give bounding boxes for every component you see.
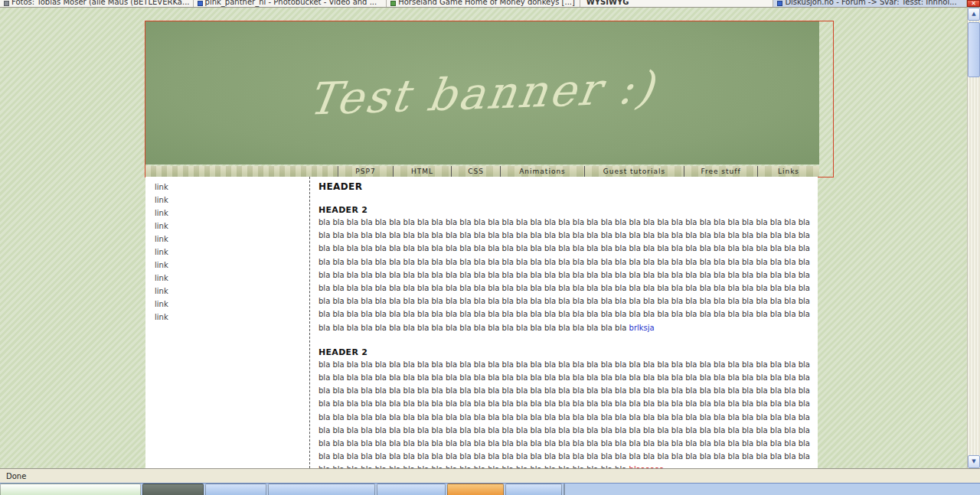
- nav-spacer: [145, 166, 338, 177]
- site-body: link link link link link link link link …: [145, 177, 818, 468]
- scrollbar-track[interactable]: [968, 21, 980, 455]
- browser-tabs-list: Fotos: Tobias Moser (alle Maus (BETLEVER…: [0, 0, 967, 7]
- body-text-line: bla bla bla bla bla bla bla bla bla bla …: [318, 282, 810, 295]
- content-section: HEADER 2 bla bla bla bla bla bla bla bla…: [318, 205, 810, 334]
- browser-window: Fotos: Tobias Moser (alle Maus (BETLEVER…: [0, 0, 980, 495]
- body-text-line: bla bla bla bla bla bla bla bla bla bla …: [318, 216, 810, 229]
- taskbar-button[interactable]: [268, 484, 375, 495]
- browser-tab-label: WYSIWYG: [586, 0, 629, 7]
- nav-tab[interactable]: Links: [758, 166, 819, 177]
- sidebar-link[interactable]: link: [145, 311, 309, 324]
- taskbar-button[interactable]: [205, 484, 266, 495]
- tab-favicon-icon: [390, 1, 396, 6]
- nav-items-list: PSP7 HTML CSS Animations Guest tutorials…: [338, 166, 819, 177]
- browser-tab[interactable]: Fotos: Tobias Moser (alle Maus (BETLEVER…: [0, 0, 194, 7]
- browser-tab-label: Horseland Game Home of Money donkeys [..…: [398, 0, 575, 7]
- sidebar-link[interactable]: link: [145, 181, 309, 194]
- scrollbar-thumb[interactable]: [968, 22, 980, 77]
- body-text-line: bla bla bla bla bla bla bla bla bla bla …: [318, 450, 810, 463]
- body-text-line: bla bla bla bla bla bla bla bla bla bla …: [318, 269, 810, 282]
- body-text-line: bla bla bla bla bla bla bla bla bla bla …: [318, 229, 810, 242]
- nav-tab[interactable]: Guest tutorials: [585, 166, 684, 177]
- body-text-line: bla bla bla bla bla bla bla bla bla bla …: [318, 242, 810, 255]
- body-text-tail-line: bla bla bla bla bla bla bla bla bla bla …: [318, 321, 810, 334]
- status-text: Done: [0, 472, 32, 480]
- windows-taskbar: [0, 483, 980, 495]
- taskbar-button[interactable]: [0, 484, 141, 495]
- sidebar-link[interactable]: link: [145, 259, 309, 272]
- body-text-line: bla bla bla bla bla bla bla bla bla bla …: [318, 295, 810, 308]
- scroll-down-button[interactable]: ▼: [968, 455, 980, 468]
- tab-favicon-icon: [4, 1, 9, 6]
- sidebar-link[interactable]: link: [145, 220, 309, 233]
- taskbar-button[interactable]: [447, 484, 504, 495]
- body-text-tail-line: bla bla bla bla bla bla bla bla bla bla …: [318, 463, 810, 468]
- tab-favicon-icon: [198, 1, 203, 6]
- body-text-line: bla bla bla bla bla bla bla bla bla bla …: [318, 437, 810, 450]
- tail-text: bla bla bla bla bla bla bla bla bla bla …: [318, 465, 626, 468]
- body-text-line: bla bla bla bla bla bla bla bla bla bla …: [318, 411, 810, 424]
- banner-area: Test banner :) PSP7 HTML CSS Animations …: [145, 21, 819, 177]
- body-text-line: bla bla bla bla bla bla bla bla bla bla …: [318, 358, 810, 371]
- sidebar-link[interactable]: link: [145, 272, 309, 285]
- body-text-line: bla bla bla bla bla bla bla bla bla bla …: [318, 256, 810, 269]
- site-nav-bar: PSP7 HTML CSS Animations Guest tutorials…: [145, 166, 819, 177]
- browser-tab-label: pink_panther_ni - Photobucket - Video an…: [205, 0, 377, 7]
- taskbar-button[interactable]: [142, 484, 204, 495]
- sidebar-link[interactable]: link: [145, 233, 309, 246]
- sidebar-link[interactable]: link: [145, 298, 309, 311]
- body-text-line: bla bla bla bla bla bla bla bla bla bla …: [318, 308, 810, 321]
- body-text-lines: bla bla bla bla bla bla bla bla bla bla …: [318, 358, 810, 464]
- section-header: HEADER 2: [318, 347, 810, 357]
- browser-tab-bar: Fotos: Tobias Moser (alle Maus (BETLEVER…: [0, 0, 980, 8]
- tab-favicon-icon: [777, 1, 782, 6]
- page-header: HEADER: [318, 181, 810, 192]
- inline-link[interactable]: blaaaaaa: [629, 465, 665, 468]
- nav-tab[interactable]: Free stuff: [684, 166, 758, 177]
- browser-tab[interactable]: pink_panther_ni - Photobucket - Video an…: [194, 0, 387, 7]
- nav-tab[interactable]: HTML: [394, 166, 452, 177]
- body-text-line: bla bla bla bla bla bla bla bla bla bla …: [318, 397, 810, 410]
- taskbar-button[interactable]: [564, 484, 565, 495]
- inline-link[interactable]: brlksja: [629, 324, 655, 332]
- browser-tab[interactable]: WYSIWYG: [580, 0, 774, 7]
- sidebar-link[interactable]: link: [145, 194, 309, 207]
- browser-tab[interactable]: Horseland Game Home of Money donkeys [..…: [387, 0, 580, 7]
- sidebar-link[interactable]: link: [145, 207, 309, 220]
- tail-text: bla bla bla bla bla bla bla bla bla bla …: [318, 324, 626, 332]
- status-bar: Done: [0, 468, 980, 483]
- body-text-line: bla bla bla bla bla bla bla bla bla bla …: [318, 371, 810, 384]
- taskbar-button[interactable]: [377, 484, 446, 495]
- content-sections: HEADER 2 bla bla bla bla bla bla bla bla…: [318, 205, 810, 468]
- browser-tab-label: Diskusjon.no - Forum -> Svar: Tesst: Inn…: [785, 0, 956, 7]
- scroll-up-button[interactable]: ▲: [968, 8, 980, 21]
- page-viewport: Test banner :) PSP7 HTML CSS Animations …: [0, 8, 980, 468]
- site-banner: Test banner :): [145, 21, 819, 164]
- nav-tab[interactable]: Animations: [501, 166, 585, 177]
- body-text-line: bla bla bla bla bla bla bla bla bla bla …: [318, 384, 810, 397]
- nav-tab[interactable]: PSP7: [338, 166, 394, 177]
- body-text-line: bla bla bla bla bla bla bla bla bla bla …: [318, 424, 810, 437]
- close-window-button[interactable]: ✕: [967, 0, 980, 7]
- content-section: HEADER 2 bla bla bla bla bla bla bla bla…: [318, 347, 810, 468]
- banner-text: Test banner :): [305, 61, 659, 125]
- main-content: HEADER HEADER 2 bla bla bla bla bla bla …: [309, 177, 818, 468]
- taskbar-buttons-list: [0, 484, 980, 495]
- sidebar-link[interactable]: link: [145, 246, 309, 259]
- section-header: HEADER 2: [318, 205, 810, 215]
- browser-tab-label: Fotos: Tobias Moser (alle Maus (BETLEVER…: [11, 0, 190, 7]
- browser-tab[interactable]: Diskusjon.no - Forum -> Svar: Tesst: Inn…: [773, 0, 967, 7]
- sidebar-links-list: link link link link link link link link …: [145, 177, 309, 468]
- vertical-scrollbar[interactable]: ▲ ▼: [967, 8, 980, 468]
- nav-tab[interactable]: CSS: [452, 166, 501, 177]
- taskbar-button[interactable]: [505, 484, 562, 495]
- sidebar-link[interactable]: link: [145, 285, 309, 298]
- body-text-lines: bla bla bla bla bla bla bla bla bla bla …: [318, 216, 810, 321]
